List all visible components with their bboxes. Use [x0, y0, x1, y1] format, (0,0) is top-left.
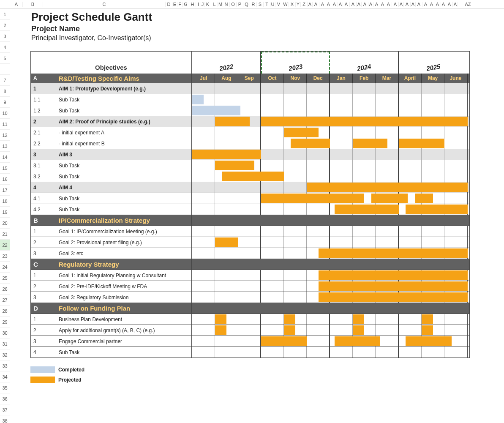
gantt-cell[interactable]: [192, 116, 215, 127]
column-header[interactable]: I: [196, 2, 201, 7]
gantt-cell[interactable]: [215, 336, 238, 347]
gantt-cell[interactable]: [192, 127, 215, 138]
gantt-cell[interactable]: [238, 138, 261, 149]
column-header[interactable]: C: [43, 2, 166, 7]
gantt-cell[interactable]: [376, 325, 398, 336]
gantt-cell[interactable]: [376, 127, 398, 138]
gantt-cell[interactable]: [376, 149, 398, 160]
gantt-cell[interactable]: [376, 83, 398, 94]
gantt-cell[interactable]: [444, 347, 467, 358]
gantt-cell[interactable]: [261, 237, 284, 248]
column-header[interactable]: A: [350, 2, 357, 7]
task-row[interactable]: 4,1Sub Task: [31, 193, 469, 204]
gantt-bar-projected[interactable]: [353, 314, 364, 324]
row-header[interactable]: 34: [0, 371, 10, 382]
column-header[interactable]: G: [183, 2, 189, 7]
row-header[interactable]: 30: [0, 327, 10, 338]
gantt-cell[interactable]: [307, 237, 330, 248]
gantt-cell[interactable]: [215, 292, 238, 303]
gantt-cell[interactable]: [444, 237, 467, 248]
gantt-cell[interactable]: [353, 171, 376, 182]
column-header[interactable]: A: [446, 2, 453, 7]
gantt-bar-projected[interactable]: [422, 314, 433, 324]
gantt-cell[interactable]: [330, 226, 353, 237]
column-header[interactable]: S: [257, 2, 264, 7]
gantt-cell[interactable]: [192, 347, 215, 358]
gantt-cell[interactable]: [399, 237, 422, 248]
gantt-bar-projected[interactable]: [406, 205, 468, 214]
row-header[interactable]: 8: [0, 86, 10, 97]
column-header[interactable]: A: [441, 2, 446, 7]
gantt-cell[interactable]: [330, 94, 353, 105]
gantt-cell[interactable]: [238, 292, 261, 303]
gantt-cell[interactable]: [307, 325, 330, 336]
column-header[interactable]: D: [166, 2, 172, 7]
gantt-cell[interactable]: [353, 105, 376, 116]
row-header[interactable]: 18: [0, 196, 10, 207]
row-header[interactable]: 7: [0, 75, 10, 86]
gantt-cell[interactable]: [215, 127, 238, 138]
column-header[interactable]: A: [319, 2, 326, 7]
column-header[interactable]: A: [343, 2, 350, 7]
gantt-bar-projected[interactable]: [192, 150, 261, 159]
column-header[interactable]: A: [380, 2, 385, 7]
column-header[interactable]: A: [357, 2, 362, 7]
row-header[interactable]: 22: [0, 240, 10, 251]
gantt-cell[interactable]: [192, 171, 215, 182]
row-header[interactable]: 4: [0, 42, 10, 53]
gantt-cell[interactable]: [330, 237, 353, 248]
column-header[interactable]: A: [422, 2, 429, 7]
task-row[interactable]: 2Apply for additional grant(s) (A, B, C)…: [31, 325, 469, 336]
gantt-bar-completed[interactable]: [192, 106, 240, 115]
gantt-bar-projected[interactable]: [319, 270, 468, 280]
task-row[interactable]: 3,2Sub Task: [31, 171, 469, 182]
column-header[interactable]: A: [385, 2, 392, 7]
row-header[interactable]: 26: [0, 284, 10, 295]
column-header[interactable]: L: [211, 2, 218, 7]
gantt-cell[interactable]: [399, 127, 422, 138]
column-header[interactable]: B: [23, 2, 43, 7]
gantt-cell[interactable]: [353, 347, 376, 358]
task-row[interactable]: 1Goal 1: Initial Regulatory Planning w C…: [31, 270, 469, 281]
gantt-cell[interactable]: [215, 193, 238, 204]
gantt-cell[interactable]: [261, 149, 284, 160]
row-header[interactable]: 31: [0, 338, 10, 349]
gantt-cell[interactable]: [444, 138, 467, 149]
row-header[interactable]: 35: [0, 382, 10, 393]
select-all-corner[interactable]: [0, 0, 10, 8]
row-header[interactable]: 15: [0, 163, 10, 174]
row-header[interactable]: 32: [0, 349, 10, 360]
gantt-bar-projected[interactable]: [371, 194, 408, 203]
column-header[interactable]: W: [282, 2, 289, 7]
gantt-cell[interactable]: [284, 94, 307, 105]
gantt-bar-projected[interactable]: [222, 172, 284, 181]
gantt-cell[interactable]: [399, 314, 422, 325]
row-header[interactable]: 5: [0, 53, 10, 64]
row-header[interactable]: 24: [0, 262, 10, 273]
gantt-cell[interactable]: [238, 336, 261, 347]
gantt-cell[interactable]: [261, 83, 284, 94]
gantt-cell[interactable]: [444, 226, 467, 237]
gantt-cell[interactable]: [399, 325, 422, 336]
column-header[interactable]: A: [373, 2, 380, 7]
column-header[interactable]: M: [218, 2, 223, 7]
gantt-cell[interactable]: [261, 281, 284, 292]
gantt-cell[interactable]: [238, 270, 261, 281]
gantt-cell[interactable]: [192, 226, 215, 237]
task-row[interactable]: 1Business Plan Development: [31, 314, 469, 325]
gantt-cell[interactable]: [261, 270, 284, 281]
gantt-cell[interactable]: [399, 94, 422, 105]
gantt-bar-projected[interactable]: [215, 117, 249, 126]
gantt-cell[interactable]: [330, 171, 353, 182]
gantt-cell[interactable]: [422, 149, 444, 160]
gantt-cell[interactable]: [399, 226, 422, 237]
gantt-bar-projected[interactable]: [335, 205, 399, 214]
gantt-cell[interactable]: [261, 226, 284, 237]
gantt-cell[interactable]: [444, 325, 467, 336]
gantt-cell[interactable]: [261, 347, 284, 358]
gantt-cell[interactable]: [422, 347, 444, 358]
gantt-cell[interactable]: [376, 171, 398, 182]
gantt-bar-projected[interactable]: [261, 336, 307, 346]
gantt-cell[interactable]: [192, 281, 215, 292]
gantt-cell[interactable]: [284, 149, 307, 160]
